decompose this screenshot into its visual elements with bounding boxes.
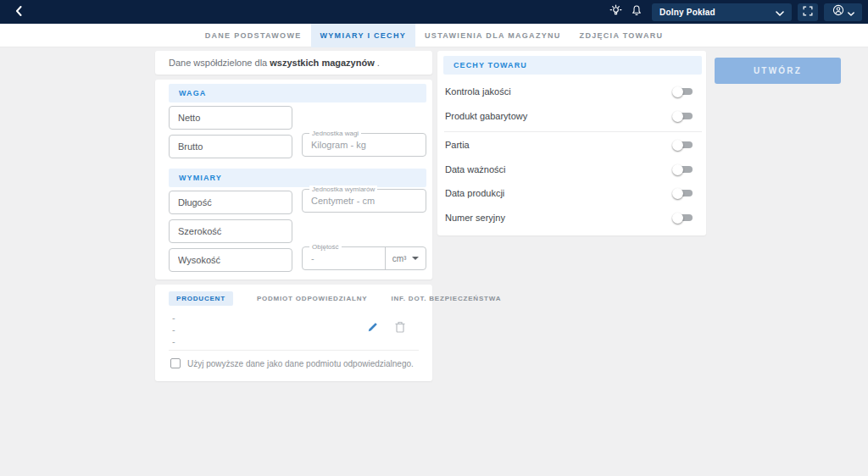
feature-row-data-waznosci: Data ważności [445,161,693,178]
numer-seryjny-toggle[interactable] [672,213,693,224]
toggle-knob [672,213,683,224]
trash-icon [395,321,405,336]
lamp-icon [609,4,622,20]
topbar-actions: Dolny Pokład [609,3,862,21]
producer-actions [366,322,407,335]
producer-data-row: - [172,313,175,323]
divider [444,131,702,132]
bell-icon [631,4,643,20]
back-button[interactable] [12,5,25,19]
producer-data-row: - [172,336,175,346]
netto-field[interactable] [169,106,292,130]
feature-label: Numer seryjny [445,213,505,223]
toggle-knob [672,111,683,122]
dimension-unit-select[interactable]: Jednostka wymiarów Centymetr - cm [302,189,426,213]
account-menu-button[interactable] [824,3,862,21]
wysokosc-field[interactable] [169,248,292,272]
warehouse-selector[interactable]: Dolny Pokład [652,3,792,21]
producer-tabbar: PRODUCENT PODMIOT ODPOWIEDZIALNY INF. DO… [169,291,501,306]
fullscreen-button[interactable] [798,3,818,21]
tab-dane-podstawowe[interactable]: DANE PODSTAWOWE [196,24,311,47]
chevron-left-icon [15,4,22,19]
section-header-cechy-towaru: CECHY TOWARU [443,56,702,75]
feature-label: Produkt gabarytowy [445,111,527,121]
volume-unit-value: cm³ [392,254,407,263]
feature-label: Partia [445,140,470,150]
shared-data-note: Dane współdzielone dla wszystkich magazy… [155,51,432,75]
feature-label: Data produkcji [445,188,504,198]
dimension-unit-label: Jednostka wymiarów [309,185,377,193]
create-button[interactable]: UTWÓRZ [715,58,841,84]
feature-label: Kontrola jakości [445,86,511,97]
note-bold: wszystkich magazynów [270,58,375,68]
tab-inf-dot-bezpieczenstwa[interactable]: INF. DOT. BEZPIECZEŃSTWA [391,291,501,306]
volume-unit-select[interactable]: cm³ [385,247,426,269]
use-data-checkbox[interactable] [170,358,181,368]
feature-row-data-produkcji: Data produkcji [445,185,693,202]
kontrola-jakosci-toggle[interactable] [672,86,693,97]
section-header-wymiary: WYMIARY [169,169,426,187]
account-icon [832,4,844,19]
notifications-button[interactable] [630,5,643,19]
tab-producent[interactable]: PRODUCENT [169,291,233,306]
use-data-checkbox-label: Użyj powyższe dane jako dane podmiotu od… [187,359,414,368]
weight-unit-select[interactable]: Jednostka wagi Kilogram - kg [302,133,426,157]
volume-label: Objętość [309,243,342,251]
fullscreen-icon [803,4,813,19]
partia-toggle[interactable] [672,140,693,151]
top-app-bar: Dolny Pokład [0,0,868,24]
divider [169,350,419,351]
toggle-knob [672,140,683,151]
weight-unit-label: Jednostka wagi [309,130,361,137]
produkt-gabarytowy-toggle[interactable] [672,111,693,122]
toggle-knob [672,188,683,199]
brutto-field[interactable] [169,135,292,158]
note-suffix: . [375,58,380,68]
delete-producer-button[interactable] [393,322,407,335]
chevron-down-icon [848,4,854,19]
shared-data-note-card: Dane współdzielone dla wszystkich magazy… [155,51,432,75]
weight-dimensions-card: WAGA Jednostka wagi Kilogram - kg WYMIAR… [155,80,432,280]
section-header-waga: WAGA [169,84,426,102]
chevron-down-icon [776,4,784,19]
data-produkcji-toggle[interactable] [672,188,693,199]
page-tabbar: DANE PODSTAWOWE WYMIARY I CECHY USTAWIEN… [0,24,868,47]
feature-row-produkt-gabarytowy: Produkt gabarytowy [445,108,693,125]
toggle-knob [672,86,683,97]
tab-ustawienia-dla-magazynu[interactable]: USTAWIENIA DLA MAGAZYNU [415,24,570,47]
tab-wymiary-i-cechy[interactable]: WYMIARY I CECHY [311,24,416,47]
feature-row-kontrola-jakosci: Kontrola jakości [445,83,693,100]
caret-down-icon [412,257,419,260]
feature-row-numer-seryjny: Numer seryjny [445,209,693,226]
data-waznosci-toggle[interactable] [672,164,693,175]
tab-podmiot-odpowiedzialny[interactable]: PODMIOT ODPOWIEDZIALNY [257,291,368,306]
hint-lamp-button[interactable] [609,5,622,19]
pencil-icon [367,321,379,336]
product-features-card: CECHY TOWARU Kontrola jakości Produkt ga… [437,51,706,235]
producer-data-row: - [172,324,175,335]
edit-producer-button[interactable] [366,322,380,335]
tab-zdjecia-towaru[interactable]: ZDJĘCIA TOWARU [570,24,673,47]
use-data-checkbox-row: Użyj powyższe dane jako dane podmiotu od… [170,358,414,368]
feature-row-partia: Partia [445,136,693,153]
producer-card: PRODUCENT PODMIOT ODPOWIEDZIALNY INF. DO… [155,285,432,381]
toggle-knob [672,164,683,175]
note-prefix: Dane współdzielone dla [169,58,270,68]
feature-label: Data ważności [445,164,506,174]
szerokosc-field[interactable] [169,219,292,243]
warehouse-selector-value: Dolny Pokład [659,8,715,17]
dlugosc-field[interactable] [169,191,292,214]
volume-field: Objętość - cm³ [302,246,426,270]
